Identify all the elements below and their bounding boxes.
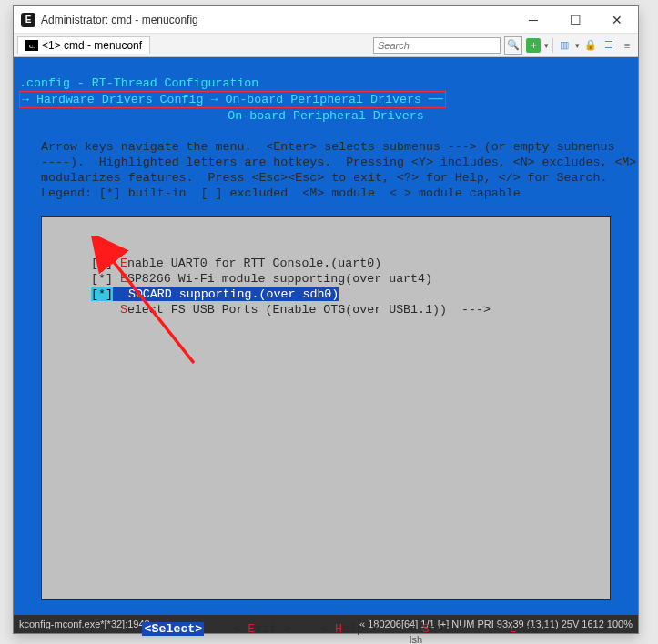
save-hotkey: S: [422, 622, 430, 636]
window-list-icon[interactable]: ▥: [557, 38, 572, 53]
cmd-icon: c:: [25, 40, 38, 51]
menu-item-selected[interactable]: [*] SDCARD supporting.(over sdh0): [91, 287, 339, 301]
menu-frame: [*] Enable UART0 for RTT Console.(uart0)…: [41, 216, 611, 600]
help-text: Arrow keys navigate the menu. <Enter> se…: [19, 139, 633, 201]
tab-label: <1> cmd - menuconf: [42, 39, 142, 52]
exit-hotkey: E: [248, 622, 255, 636]
config-header: .config - RT-Thread Configuration: [19, 76, 258, 90]
select-button[interactable]: <Select>: [142, 622, 204, 636]
load-hotkey: L: [510, 622, 517, 636]
tab-bar: c: <1> cmd - menuconf 🔍 ＋ ▾ ▥ ▾ 🔒 ☰ ≡: [14, 34, 638, 57]
search-input[interactable]: [373, 37, 501, 54]
menu-item[interactable]: [*] ESP8266 Wi-Fi module supporting(over…: [91, 272, 432, 286]
help-hotkey: H: [335, 622, 342, 636]
toolbar-right: 🔍 ＋ ▾ ▥ ▾ 🔒 ☰ ≡: [373, 36, 634, 55]
add-button[interactable]: ＋: [526, 38, 541, 53]
button-bar: <Select> < Exit > < Help > < Save > < Lo…: [19, 616, 633, 637]
menu-icon[interactable]: ≡: [620, 38, 634, 53]
close-button[interactable]: ✕: [596, 6, 638, 33]
terminal-area[interactable]: .config - RT-Thread Configuration → Hard…: [14, 57, 638, 615]
chevron-down-icon[interactable]: ▾: [575, 41, 580, 50]
minimize-button[interactable]: ─: [512, 6, 554, 33]
app-window: E Administrator: cmd - menuconfig ─ ☐ ✕ …: [13, 5, 639, 634]
search-button[interactable]: 🔍: [504, 36, 522, 55]
window-controls: ─ ☐ ✕: [512, 6, 638, 33]
window-title: Administrator: cmd - menuconfig: [41, 14, 512, 26]
chevron-down-icon[interactable]: ▾: [544, 41, 549, 50]
menu-item[interactable]: Select FS USB Ports (Enable OTG(over USB…: [91, 303, 491, 317]
menu-items: [*] Enable UART0 for RTT Console.(uart0)…: [42, 248, 610, 317]
list-icon[interactable]: ☰: [602, 38, 616, 53]
section-title: On-board Peripheral Drivers: [19, 108, 633, 124]
stray-text: lsh: [410, 634, 422, 644]
titlebar: E Administrator: cmd - menuconfig ─ ☐ ✕: [14, 6, 638, 34]
lock-icon[interactable]: 🔒: [583, 38, 598, 53]
maximize-button[interactable]: ☐: [554, 6, 596, 33]
tab-cmd[interactable]: c: <1> cmd - menuconf: [17, 36, 150, 54]
breadcrumb: → Hardware Drivers Config → On-board Per…: [19, 91, 446, 108]
separator: [552, 38, 553, 53]
menu-item[interactable]: [*] Enable UART0 for RTT Console.(uart0): [91, 257, 381, 270]
app-icon: E: [21, 13, 35, 27]
